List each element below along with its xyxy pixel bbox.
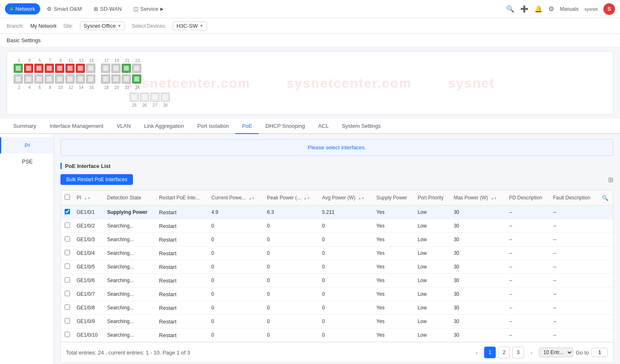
port-13[interactable] <box>76 64 85 73</box>
port-16[interactable] <box>86 74 95 84</box>
tab-poe[interactable]: PoE <box>235 119 259 134</box>
port-17[interactable] <box>101 64 110 73</box>
port-9[interactable] <box>55 64 64 73</box>
port-10[interactable] <box>55 74 64 84</box>
port-20[interactable] <box>111 74 121 84</box>
row-checkbox-2[interactable] <box>65 236 70 242</box>
max-power-sort[interactable]: ▲▼ <box>490 197 497 200</box>
port-23[interactable] <box>132 64 141 73</box>
prev-page-btn[interactable]: ‹ <box>472 347 482 358</box>
port-7[interactable] <box>45 64 54 73</box>
page-3-btn[interactable]: 3 <box>512 347 524 358</box>
cell-detection-state: Supplying Power <box>104 206 156 219</box>
port-5[interactable] <box>34 64 43 73</box>
port-25[interactable] <box>130 93 139 102</box>
cell-empty <box>598 233 613 247</box>
port-num-16: 16 <box>87 85 96 90</box>
port-1[interactable] <box>14 64 23 73</box>
sidebar-item-pi[interactable]: PI <box>0 137 53 153</box>
cell-pi: GE1/0/8 <box>73 301 104 315</box>
nav-service[interactable]: ◫ Service ▶ <box>128 3 169 14</box>
table-row: GE1/0/6 Searching... Restart 0 0 0 Yes L… <box>61 274 613 287</box>
tab-system-settings[interactable]: System Settings <box>335 119 387 134</box>
bulk-restart-button[interactable]: Bulk Restart PoE Interfaces <box>60 174 133 185</box>
row-checkbox-0[interactable] <box>65 209 70 214</box>
row-checkbox-6[interactable] <box>65 291 70 296</box>
tab-summary[interactable]: Summary <box>7 119 43 134</box>
port-19[interactable] <box>111 64 121 73</box>
tab-dhcp-snooping[interactable]: DHCP Snooping <box>259 119 311 134</box>
page-1-btn[interactable]: 1 <box>484 347 496 358</box>
port-2[interactable] <box>14 74 23 84</box>
site-dropdown[interactable]: Sysnet-Office ▼ <box>80 22 125 30</box>
port-4[interactable] <box>24 74 33 84</box>
port-12[interactable] <box>65 74 75 84</box>
port-26[interactable] <box>140 93 149 102</box>
port-27[interactable] <box>150 93 159 102</box>
tab-port-isolation[interactable]: Port Isolation <box>191 119 236 134</box>
row-checkbox-1[interactable] <box>65 223 70 228</box>
restart-link[interactable]: Restart <box>159 278 176 284</box>
restart-link[interactable]: Restart <box>159 264 176 270</box>
row-checkbox-9[interactable] <box>65 332 70 337</box>
restart-link[interactable]: Restart <box>159 291 176 297</box>
port-24[interactable] <box>132 74 141 84</box>
row-checkbox-5[interactable] <box>65 277 70 283</box>
tab-vlan[interactable]: VLAN <box>110 119 138 134</box>
avatar[interactable]: S <box>603 3 615 15</box>
entries-select[interactable]: 10 Entr... 20 Entr... 50 Entr... <box>539 347 573 357</box>
page-2-btn[interactable]: 2 <box>498 347 510 358</box>
port-28[interactable] <box>161 93 170 102</box>
row-checkbox-4[interactable] <box>65 263 70 269</box>
port-22[interactable] <box>122 74 131 84</box>
nav-network[interactable]: Network <box>5 3 40 14</box>
restart-link[interactable]: Restart <box>159 223 176 229</box>
row-checkbox-3[interactable] <box>65 250 70 255</box>
sidebar-item-pse[interactable]: PSE <box>0 153 53 170</box>
restart-link[interactable]: Restart <box>159 209 176 216</box>
row-checkbox-8[interactable] <box>65 318 70 323</box>
add-icon[interactable]: ➕ <box>520 5 528 13</box>
port-num-7: 7 <box>46 58 55 63</box>
goto-input[interactable] <box>591 348 608 357</box>
port-6[interactable] <box>34 74 43 84</box>
cell-current-power: 0 <box>208 287 263 301</box>
nav-sdwan[interactable]: ⊞ SD-WAN <box>89 3 127 14</box>
device-dropdown[interactable]: H3C-SW ▼ <box>173 22 207 30</box>
port-num-25: 25 <box>130 103 139 108</box>
settings-icon[interactable]: ⚙ <box>548 5 554 13</box>
port-num-10: 10 <box>56 85 65 90</box>
port-15[interactable] <box>86 64 95 73</box>
port-8[interactable] <box>45 74 54 84</box>
current-power-sort[interactable]: ▲▼ <box>248 197 255 200</box>
restart-link[interactable]: Restart <box>159 318 176 325</box>
cell-supply-power: Yes <box>373 233 415 247</box>
restart-link[interactable]: Restart <box>159 332 176 338</box>
port-18[interactable] <box>101 74 110 84</box>
port-21[interactable] <box>122 64 131 73</box>
port-11[interactable] <box>65 64 75 73</box>
tab-link-aggregation[interactable]: Link Aggregation <box>138 119 191 134</box>
bell-icon[interactable]: 🔔 <box>534 5 543 13</box>
tab-interface-management[interactable]: Interface Management <box>43 119 110 134</box>
row-checkbox-7[interactable] <box>65 304 70 310</box>
restart-link[interactable]: Restart <box>159 250 176 256</box>
restart-link[interactable]: Restart <box>159 305 176 311</box>
manuals-link[interactable]: Manuals <box>560 6 579 12</box>
pi-sort[interactable]: ▲▼ <box>84 197 91 200</box>
avg-power-sort[interactable]: ▲▼ <box>358 197 364 200</box>
tab-acl[interactable]: ACL <box>311 119 335 134</box>
port-3[interactable] <box>24 64 33 73</box>
table-search-icon[interactable]: 🔍 <box>602 195 608 201</box>
port-14[interactable] <box>76 74 85 84</box>
peak-power-sort[interactable]: ▲▼ <box>304 197 310 200</box>
cell-pi: GE1/0/2 <box>73 219 104 233</box>
restart-link[interactable]: Restart <box>159 237 176 243</box>
column-config-icon[interactable]: ⊞ <box>608 176 613 184</box>
select-all-checkbox[interactable] <box>65 194 70 200</box>
next-page-btn[interactable]: › <box>526 347 536 358</box>
cell-pi: GE1/0/4 <box>73 247 104 260</box>
nav-smartom[interactable]: ⚙ Smart O&M <box>42 3 87 14</box>
cell-pd-desc: -- <box>506 260 550 274</box>
search-icon[interactable]: 🔍 <box>506 5 514 13</box>
